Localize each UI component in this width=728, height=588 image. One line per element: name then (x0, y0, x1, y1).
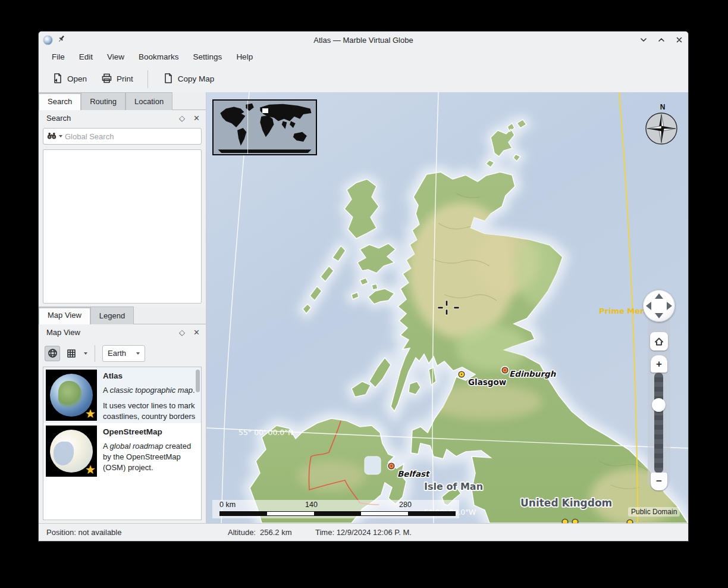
region-label-isle-of-man: Isle of Man (424, 481, 483, 492)
navigation-widget: + − (648, 289, 670, 491)
maximize-button[interactable] (657, 36, 666, 44)
status-altitude-value: 256.2 km (260, 528, 291, 537)
pan-down-arrow[interactable] (655, 313, 663, 318)
map-theme-list: ★ Atlas A classic topographic map. It us… (43, 367, 202, 521)
search-input-box[interactable] (43, 128, 202, 145)
statusbar: Position: not available Altitude: 256.2 … (39, 523, 688, 541)
document-open-icon (52, 73, 63, 86)
pan-control-pad[interactable] (643, 290, 675, 322)
pan-right-arrow[interactable] (667, 302, 672, 310)
theme-description: A global roadmap created by the OpenStre… (103, 441, 199, 473)
controls-separator (95, 345, 95, 362)
city-label-edinburgh: Edinburgh (509, 369, 557, 379)
copy-map-icon (162, 73, 174, 86)
marble-window: Atlas — Marble Virtual Globe File Edit V… (39, 32, 688, 541)
menu-edit[interactable]: Edit (74, 50, 98, 64)
home-button[interactable] (650, 332, 668, 351)
tab-legend[interactable]: Legend (90, 306, 134, 324)
latitude-label: 55° 00' 00.0"N (239, 428, 293, 437)
sidebar: Search Routing Location Search ◇ ✕ Map V… (39, 92, 206, 523)
theme-item-openstreetmap[interactable]: ★ OpenStreetMap A global roadmap created… (43, 423, 201, 479)
map-view-panel-header: Map View ◇ ✕ (39, 324, 206, 340)
favorite-star-icon[interactable]: ★ (85, 406, 96, 421)
map-viewport[interactable]: 55° 00' 00.0"N 5° 00' 00.0"W Prime Merid… (206, 92, 688, 523)
binoculars-icon (47, 131, 57, 142)
menu-settings[interactable]: Settings (188, 50, 228, 64)
zoom-slider-handle[interactable] (652, 398, 666, 412)
theme-item-atlas[interactable]: ★ Atlas A classic topographic map. It us… (43, 367, 201, 423)
menubar: File Edit View Bookmarks Settings Help (39, 48, 688, 65)
license-attribution[interactable]: Public Domain (628, 507, 680, 517)
pin-icon[interactable] (57, 35, 65, 45)
menu-help[interactable]: Help (231, 50, 258, 64)
theme-name: Atlas (103, 371, 195, 382)
close-panel-icon[interactable]: ✕ (193, 114, 200, 122)
zoom-out-button[interactable]: − (651, 473, 667, 490)
region-label-united-kingdom: United Kingdom (520, 497, 612, 509)
status-altitude-label: Altitude: (228, 528, 256, 537)
lough-neagh (365, 456, 381, 474)
search-panel-title: Search (46, 114, 171, 123)
map-view-panel-title: Map View (46, 328, 171, 337)
osm-thumbnail: ★ (46, 426, 97, 477)
compass-north-label: N (645, 103, 680, 111)
search-options-caret[interactable] (59, 135, 62, 137)
scale-bar-segments (219, 511, 456, 516)
tab-map-view[interactable]: Map View (39, 306, 90, 324)
zoom-in-button[interactable]: + (651, 355, 667, 373)
scale-start-label: 0 km (219, 501, 236, 509)
atlas-thumbnail: ★ (46, 370, 97, 421)
print-button[interactable]: Print (95, 69, 139, 89)
theme-description: A classic topographic map. (103, 385, 195, 396)
search-panel-header: Search ◇ ✕ (39, 110, 206, 126)
tabbar-filler (172, 92, 206, 110)
printer-icon (101, 73, 112, 86)
search-results-area[interactable] (43, 149, 202, 304)
float-panel-icon[interactable]: ◇ (179, 114, 185, 122)
scale-mid-label: 140 (305, 501, 318, 509)
open-button[interactable]: Open (46, 69, 93, 89)
panel-tabbar: Search Routing Location (39, 92, 206, 110)
zoom-slider-track[interactable] (654, 373, 663, 473)
pan-up-arrow[interactable] (655, 293, 663, 299)
overview-viewport-indicator (262, 108, 268, 113)
theme-name: OpenStreetMap (103, 427, 199, 438)
tab-search[interactable]: Search (39, 92, 81, 110)
map-view-controls: Earth (39, 340, 206, 367)
copy-map-button[interactable]: Copy Map (156, 69, 221, 89)
search-input[interactable] (65, 132, 197, 141)
close-panel-icon[interactable]: ✕ (193, 329, 200, 336)
celestial-body-select[interactable]: Earth (102, 345, 145, 362)
compass-rose[interactable]: N (645, 103, 680, 148)
float-panel-icon[interactable]: ◇ (179, 329, 185, 336)
city-label-belfast: Belfast (397, 469, 430, 478)
tab-routing[interactable]: Routing (81, 92, 125, 110)
favorite-star-icon[interactable]: ★ (85, 462, 96, 477)
overview-world-map[interactable] (212, 99, 317, 155)
combo-caret (136, 352, 140, 355)
window-title: Atlas — Marble Virtual Globe (39, 36, 688, 45)
map-scale-bar: 0 km 140 280 (212, 500, 459, 518)
city-label-glasgow: Glasgow (468, 377, 506, 387)
themes-scrollbar[interactable] (196, 370, 200, 392)
view-tabbar: Map View Legend (39, 306, 206, 324)
close-button[interactable] (675, 36, 683, 44)
marble-app-icon (43, 36, 52, 45)
menu-bookmarks[interactable]: Bookmarks (133, 50, 184, 64)
projection-dropdown-caret[interactable] (84, 352, 87, 355)
titlebar[interactable]: Atlas — Marble Virtual Globe (39, 32, 688, 48)
status-position: Position: not available (46, 528, 121, 537)
overview-meridian-line (247, 101, 248, 154)
map-canvas[interactable]: 55° 00' 00.0"N 5° 00' 00.0"W Prime Merid… (206, 92, 688, 523)
projection-grid-button[interactable] (64, 346, 79, 361)
main-toolbar: Open Print Copy Map (39, 65, 688, 92)
status-time: Time: 12/9/2024 12:06 P. M. (315, 528, 412, 537)
menu-file[interactable]: File (46, 50, 70, 64)
toolbar-separator (148, 70, 148, 88)
tab-location[interactable]: Location (125, 92, 172, 110)
pan-left-arrow[interactable] (646, 302, 651, 310)
menu-view[interactable]: View (102, 50, 130, 64)
view-tabbar-filler (134, 306, 206, 324)
minimize-button[interactable] (639, 36, 648, 44)
globe-projection-button[interactable] (45, 346, 60, 361)
